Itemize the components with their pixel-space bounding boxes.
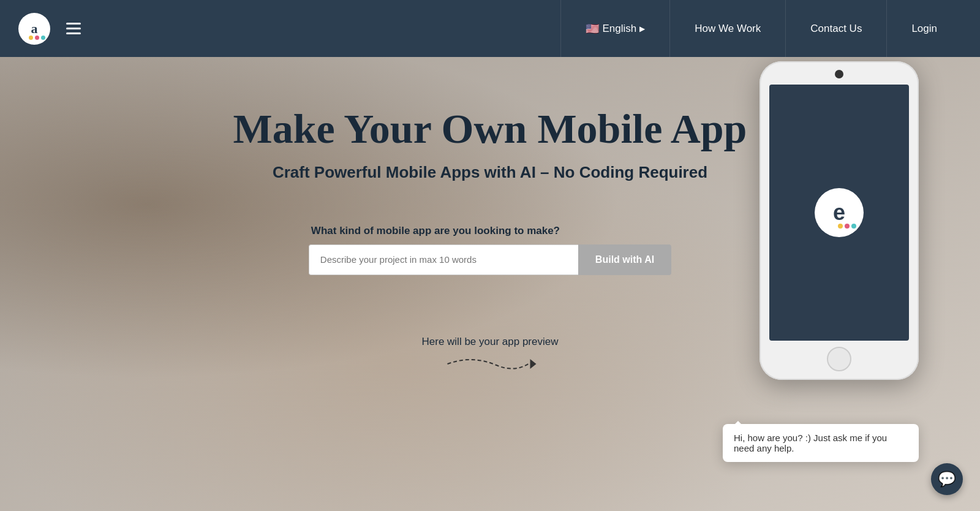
- input-row: Build with AI: [309, 244, 671, 275]
- hero-title: Make Your Own Mobile App: [233, 106, 747, 152]
- input-question: What kind of mobile app are you looking …: [311, 225, 560, 237]
- navbar: a 🇺🇸 English ▶ How We Work Contact Us Lo…: [0, 0, 980, 57]
- login-label: Login: [911, 23, 937, 35]
- phone-dot-teal: [851, 224, 856, 229]
- logo-wrapper: a: [18, 13, 81, 45]
- contact-us-label: Contact Us: [810, 23, 862, 35]
- chat-icon-symbol: 💬: [938, 471, 956, 488]
- nav-english[interactable]: 🇺🇸 English ▶: [560, 0, 670, 57]
- preview-label-text: Here will be your app preview: [422, 336, 559, 347]
- phone-dot-pink: [845, 224, 850, 229]
- phone-screen: e: [769, 85, 909, 341]
- hamburger-line-3: [66, 32, 81, 34]
- phone-dot-yellow: [838, 224, 843, 229]
- svg-marker-0: [530, 359, 536, 369]
- dropdown-arrow: ▶: [639, 25, 645, 33]
- phone-app-logo: e: [815, 188, 864, 237]
- logo-dots: [29, 36, 45, 40]
- how-we-work-label: How We Work: [695, 23, 761, 35]
- nav-contact-us[interactable]: Contact Us: [785, 0, 886, 57]
- flag-icon: 🇺🇸: [586, 22, 599, 36]
- phone-logo-dots: [838, 224, 856, 229]
- nav-login[interactable]: Login: [886, 0, 962, 57]
- logo-letter: a: [31, 21, 38, 37]
- hamburger-menu[interactable]: [66, 23, 81, 34]
- logo-dot-yellow: [29, 36, 33, 40]
- logo-dot-pink: [35, 36, 39, 40]
- preview-label: Here will be your app preview: [422, 336, 559, 376]
- phone-logo-letter: e: [833, 200, 845, 225]
- chat-message: Hi, how are you? :) Just ask me if you n…: [734, 433, 887, 453]
- phone-mockup: e: [760, 61, 919, 380]
- preview-arrow: [441, 352, 539, 376]
- phone-speaker: [835, 70, 843, 78]
- chat-bubble: Hi, how are you? :) Just ask me if you n…: [723, 424, 919, 462]
- input-section: What kind of mobile app are you looking …: [309, 225, 671, 275]
- phone-home-button: [827, 347, 851, 371]
- logo-dot-teal: [41, 36, 45, 40]
- hamburger-line-2: [66, 28, 81, 29]
- english-label: English: [603, 23, 637, 35]
- chat-icon-button[interactable]: 💬: [931, 463, 963, 495]
- hero-subtitle: Craft Powerful Mobile Apps with AI – No …: [273, 163, 707, 182]
- logo[interactable]: a: [18, 13, 50, 45]
- build-button[interactable]: Build with AI: [578, 244, 671, 275]
- project-input[interactable]: [309, 244, 578, 275]
- hamburger-line-1: [66, 23, 81, 25]
- nav-links: 🇺🇸 English ▶ How We Work Contact Us Logi…: [560, 0, 962, 57]
- nav-how-we-work[interactable]: How We Work: [669, 0, 785, 57]
